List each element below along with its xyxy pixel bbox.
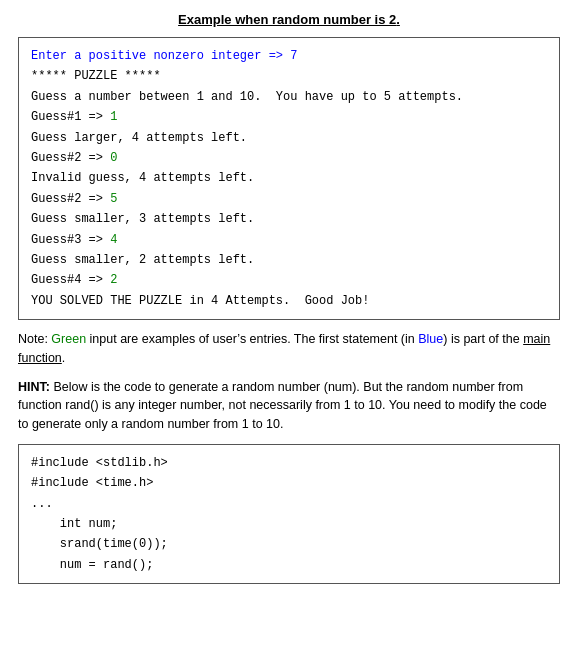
code-line-6: num = rand(); — [31, 555, 547, 575]
title-highlight: random number is 2 — [272, 12, 396, 27]
title-suffix: . — [396, 12, 400, 27]
note-blue: Blue — [418, 332, 443, 346]
guess2b-value: 5 — [110, 192, 117, 206]
guess3-value: 4 — [110, 233, 117, 247]
guess4-prefix: Guess#4 => — [31, 273, 110, 287]
note-green: Green — [51, 332, 86, 346]
code-line-1: #include <stdlib.h> — [31, 453, 547, 473]
page-title: Example when random number is 2. — [18, 12, 560, 27]
hint-body: Below is the code to generate a random n… — [18, 380, 547, 432]
terminal-line-13: YOU SOLVED THE PUZZLE in 4 Attempts. Goo… — [31, 291, 547, 311]
terminal-line-10: Guess#3 => 4 — [31, 230, 547, 250]
terminal-line-2: ***** PUZZLE ***** — [31, 66, 547, 86]
note-section: Note: Green input are examples of user’s… — [18, 330, 560, 368]
terminal-line-5: Guess larger, 4 attempts left. — [31, 128, 547, 148]
terminal-line-7: Invalid guess, 4 attempts left. — [31, 168, 547, 188]
terminal-line-6: Guess#2 => 0 — [31, 148, 547, 168]
note-prefix: Note: — [18, 332, 51, 346]
guess1-value: 1 — [110, 110, 117, 124]
guess2b-prefix: Guess#2 => — [31, 192, 110, 206]
terminal-line-8: Guess#2 => 5 — [31, 189, 547, 209]
terminal-line-9: Guess smaller, 3 attempts left. — [31, 209, 547, 229]
code-line-4: int num; — [31, 514, 547, 534]
note-text2: input are examples of user’s entries. Th… — [86, 332, 418, 346]
code-line-3: ... — [31, 494, 547, 514]
hint-section: HINT: Below is the code to generate a ra… — [18, 378, 560, 434]
terminal-line-11: Guess smaller, 2 attempts left. — [31, 250, 547, 270]
guess2a-value: 0 — [110, 151, 117, 165]
guess1-prefix: Guess#1 => — [31, 110, 110, 124]
note-text3: ) is part of the — [443, 332, 523, 346]
code-line-5: srand(time(0)); — [31, 534, 547, 554]
terminal-line-4: Guess#1 => 1 — [31, 107, 547, 127]
guess2a-prefix: Guess#2 => — [31, 151, 110, 165]
note-text4: . — [62, 351, 65, 365]
guess3-prefix: Guess#3 => — [31, 233, 110, 247]
code-box: #include <stdlib.h> #include <time.h> ..… — [18, 444, 560, 584]
code-line-2: #include <time.h> — [31, 473, 547, 493]
guess4-value: 2 — [110, 273, 117, 287]
terminal-line-1: Enter a positive nonzero integer => 7 — [31, 46, 547, 66]
title-prefix: Example when — [178, 12, 272, 27]
terminal-line-3: Guess a number between 1 and 10. You hav… — [31, 87, 547, 107]
terminal-box: Enter a positive nonzero integer => 7 **… — [18, 37, 560, 320]
terminal-line-12: Guess#4 => 2 — [31, 270, 547, 290]
hint-label: HINT: — [18, 380, 50, 394]
